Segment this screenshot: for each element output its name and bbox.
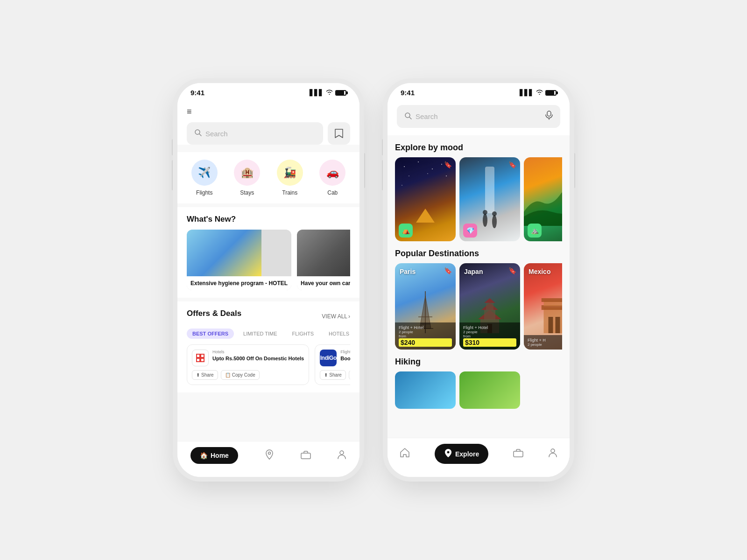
filter-hotels[interactable]: HOTELS (323, 329, 350, 339)
dest-paris-bookmark[interactable]: 🔖 (444, 267, 452, 274)
indigo-logo: IndiGo (320, 350, 337, 366)
bottom-nav-right: Explore (388, 438, 570, 477)
home-label: Home (211, 452, 229, 459)
offers-section: Offers & Deals VIEW ALL › BEST OFFERS LI… (177, 301, 359, 392)
cab-label: Cab (327, 189, 338, 196)
share-icon-2: ⬆ (324, 372, 328, 378)
battery-icon (335, 90, 346, 96)
search-box-left[interactable]: Search (187, 122, 323, 145)
mood-badge-3: ⛰️ (528, 224, 542, 238)
svg-rect-7 (301, 453, 310, 459)
svg-point-42 (551, 449, 555, 453)
share-button-1[interactable]: ⬆ Share (192, 370, 218, 380)
explore-header: Search (388, 99, 570, 135)
status-bar-left: 9:41 ▋▋▋ (177, 83, 359, 99)
explore-search-placeholder: Search (416, 112, 438, 120)
news-card-2[interactable]: Have your own car - SELF-DRIVE (297, 230, 350, 290)
dest-japan-from: from (463, 334, 516, 338)
category-stays[interactable]: 🏨 Stays (234, 160, 260, 196)
explore-search-box[interactable]: Search (397, 105, 560, 128)
mood-bookmark-2[interactable]: 🔖 (508, 161, 516, 168)
filter-best-offers[interactable]: BEST OFFERS (187, 329, 234, 339)
mood-card-2[interactable]: 🔖 💎 (459, 157, 520, 241)
offer-2-info: Flight Book Domestic Starting @ Rs.I (340, 350, 350, 362)
offer-1-title: Upto Rs.5000 Off On Domestic Hotels (212, 355, 304, 362)
dest-card-paris[interactable]: Paris 🔖 Flight + Hotel 2 people from $24… (395, 263, 456, 350)
trains-label: Trains (282, 189, 297, 196)
svg-rect-41 (514, 451, 523, 457)
nav-trips[interactable] (301, 450, 311, 462)
svg-point-15 (432, 168, 433, 169)
svg-rect-32 (486, 303, 493, 310)
popular-destinations-title: Popular Destinations (395, 249, 562, 259)
share-button-2[interactable]: ⬆ Share (320, 370, 346, 380)
dest-paris-price: $240 (399, 338, 452, 347)
offers-header: Offers & Deals VIEW ALL › (187, 309, 350, 324)
category-trains[interactable]: 🚂 Trains (277, 160, 303, 196)
dest-japan-bookmark[interactable]: 🔖 (508, 267, 516, 274)
svg-rect-4 (197, 358, 200, 362)
hotels-logo (192, 350, 209, 366)
dest-card-japan[interactable]: Japan 🔖 Flight + Hotel 2 people from $31… (459, 263, 520, 350)
nav-profile[interactable] (337, 449, 346, 462)
news-card-2-text: Have your own car - SELF-DRIVE (297, 276, 350, 290)
bottom-nav-left: 🏠 Home (177, 441, 359, 477)
copy-code-button-1[interactable]: 📋 Copy Code (221, 370, 260, 380)
offer-card-2-header: IndiGo Flight Book Domestic Starting @ R… (320, 350, 350, 366)
bookmark-button[interactable] (328, 122, 350, 145)
signal-icon: ▋▋▋ (310, 89, 324, 96)
svg-point-40 (447, 451, 449, 454)
offer-card-1[interactable]: Hotels Upto Rs.5000 Off On Domestic Hote… (187, 344, 309, 385)
svg-point-16 (441, 164, 442, 165)
nav-home-active[interactable]: 🏠 Home (190, 447, 238, 464)
briefcase-icon (301, 450, 311, 462)
svg-rect-2 (197, 354, 200, 357)
briefcase-icon-right (513, 448, 523, 460)
news-card-1[interactable]: Extensive hygiene program - HOTEL (187, 230, 291, 290)
explore-content: Explore by mood 🔖 ⛺ (388, 143, 570, 413)
svg-rect-11 (547, 111, 551, 116)
battery-icon-right (545, 90, 557, 96)
flights-label: Flights (196, 189, 212, 196)
filter-limited-time[interactable]: LIMITED TIME (238, 329, 283, 339)
location-icon (264, 449, 275, 462)
dest-mexico-people: 2 people (528, 343, 562, 347)
dest-card-mexico[interactable]: Mexico 🔖 Flight + H 2 people (524, 263, 562, 350)
flights-icon-wrap: ✈️ (191, 160, 218, 186)
dest-japan-name: Japan (464, 268, 483, 275)
svg-rect-37 (542, 298, 563, 302)
nav-explore-active[interactable]: Explore (435, 444, 488, 464)
hiking-card-1[interactable] (395, 371, 456, 409)
copy-code-button-2[interactable]: 📋 Co (349, 370, 350, 380)
svg-line-10 (409, 117, 411, 119)
offer-2-actions: ⬆ Share 📋 Co (320, 370, 350, 380)
dest-paris-info: Flight + Hotel 2 people from $240 (395, 322, 456, 350)
dest-mexico-info: Flight + H 2 people (524, 335, 562, 350)
left-phone-content: ≡ Search (177, 99, 359, 477)
nav-right-trips[interactable] (513, 448, 523, 460)
cab-icon-wrap: 🚗 (319, 160, 345, 186)
mood-cards: 🔖 ⛺ 🔖 💎 (395, 157, 562, 241)
offer-card-2[interactable]: IndiGo Flight Book Domestic Starting @ R… (315, 344, 350, 385)
hiking-cards (395, 371, 562, 409)
nav-right-profile[interactable] (548, 448, 557, 460)
mood-card-3[interactable]: ⛰️ (524, 157, 562, 241)
mic-icon[interactable] (545, 111, 553, 122)
hamburger-menu[interactable]: ≡ (187, 107, 350, 117)
nav-right-home[interactable] (400, 448, 410, 460)
svg-point-8 (340, 451, 344, 455)
view-all-button[interactable]: VIEW ALL › (322, 313, 350, 320)
filter-flights[interactable]: FLIGHTS (287, 329, 319, 339)
mood-card-1[interactable]: 🔖 ⛺ (395, 157, 456, 241)
category-cab[interactable]: 🚗 Cab (319, 160, 345, 196)
category-flights[interactable]: ✈️ Flights (191, 160, 218, 196)
svg-point-25 (492, 211, 497, 216)
svg-rect-39 (556, 317, 560, 333)
dest-paris-price-row: 2 people (399, 330, 452, 334)
whats-new-scroll: Extensive hygiene program - HOTEL Have y… (187, 230, 350, 290)
nav-location[interactable] (264, 449, 275, 462)
search-icon-left (194, 129, 202, 138)
hiking-card-2[interactable] (459, 371, 520, 409)
search-row: Search (187, 122, 350, 145)
mood-bookmark-1[interactable]: 🔖 (444, 161, 452, 168)
